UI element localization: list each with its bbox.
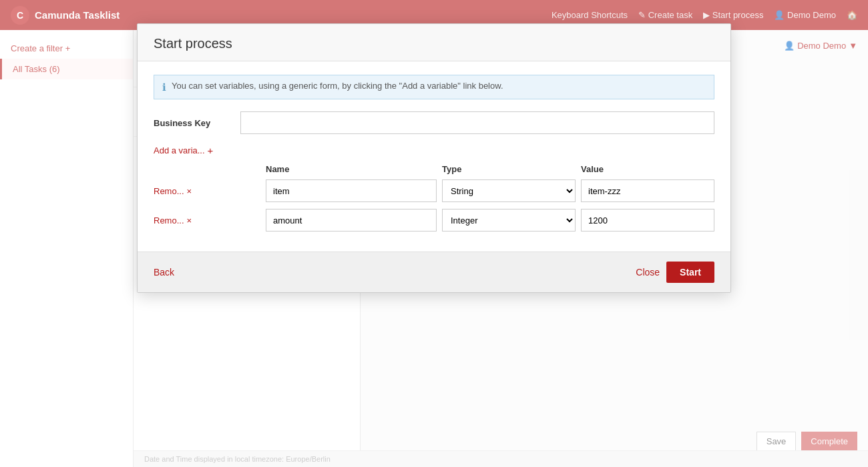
close-button[interactable]: Close — [636, 267, 660, 278]
modal-body: ℹ You can set variables, using a generic… — [138, 61, 730, 252]
variable-1-name-input[interactable] — [266, 179, 437, 202]
remove-variable-2-link[interactable]: Remo... × — [154, 215, 260, 225]
add-variable-plus-icon[interactable]: + — [208, 145, 214, 156]
start-button[interactable]: Start — [666, 262, 714, 283]
modal-title: Start process — [154, 36, 714, 51]
variable-2-type-select[interactable]: String Integer Boolean Double Date Objec… — [442, 209, 576, 231]
start-process-modal: Start process ℹ You can set variables, u… — [137, 23, 731, 293]
variable-row-2: Remo... × String Integer Boolean Double … — [154, 209, 714, 231]
info-icon: ℹ — [162, 81, 166, 93]
variable-1-value-input[interactable] — [581, 179, 714, 202]
variable-2-value-input[interactable] — [581, 209, 714, 231]
col-header-name: Name — [266, 164, 437, 174]
col-header-type: Type — [442, 164, 576, 174]
variable-2-name-input[interactable] — [266, 209, 437, 231]
variables-header: Add a varia... + — [154, 145, 714, 156]
col-header-value: Value — [581, 164, 714, 174]
modal-header: Start process — [138, 24, 730, 61]
modal-footer: Back Close Start — [138, 252, 730, 292]
business-key-input[interactable] — [240, 111, 714, 134]
remove-variable-1-label: Remo... — [154, 186, 184, 196]
variable-row-1: Remo... × String Integer Boolean Double … — [154, 179, 714, 202]
info-banner: ℹ You can set variables, using a generic… — [154, 75, 714, 99]
col-header-empty — [154, 164, 260, 174]
add-variable-link[interactable]: Add a varia... — [154, 145, 205, 155]
remove-variable-1-link[interactable]: Remo... × — [154, 186, 260, 196]
info-text-content: You can set variables, using a generic f… — [172, 81, 503, 91]
business-key-label: Business Key — [154, 118, 240, 128]
business-key-row: Business Key — [154, 111, 714, 134]
remove-variable-2-label: Remo... — [154, 215, 184, 225]
remove-variable-1-x[interactable]: × — [187, 186, 192, 196]
remove-variable-2-x[interactable]: × — [187, 215, 192, 225]
column-headers: Name Type Value — [154, 164, 714, 174]
footer-right-buttons: Close Start — [636, 262, 714, 283]
back-button[interactable]: Back — [154, 267, 174, 278]
variable-1-type-select[interactable]: String Integer Boolean Double Date Objec… — [442, 179, 576, 202]
